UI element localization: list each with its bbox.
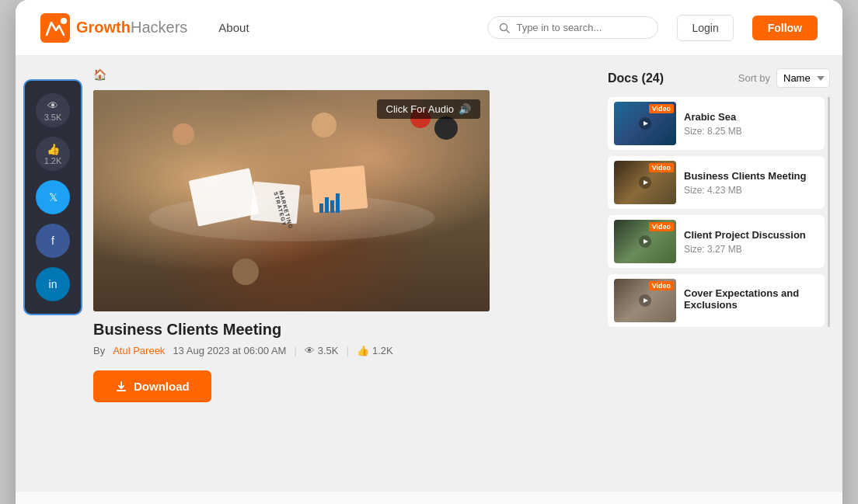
doc-info: Business Clients Meeting Size: 4.23 MB	[684, 170, 818, 196]
search-icon	[499, 23, 510, 33]
meeting-scene: MARKETINGSTRATEGY	[93, 90, 490, 311]
meta-likes: 1.2K	[372, 345, 393, 356]
doc-item[interactable]: Video Business Clients Meeting Size: 4.2…	[608, 156, 825, 209]
twitter-share[interactable]: 𝕏	[33, 180, 73, 214]
person-head-4	[232, 259, 259, 285]
video-background: MARKETINGSTRATEGY	[93, 90, 490, 311]
docs-title: Docs (24)	[608, 71, 664, 85]
download-label: Download	[134, 380, 190, 393]
doc-thumbnail: Video	[614, 279, 676, 322]
download-button[interactable]: Download	[93, 370, 211, 402]
logo-text: GrowthHackers	[76, 19, 187, 36]
nav-about[interactable]: About	[218, 21, 249, 34]
facebook-circle[interactable]: f	[36, 224, 70, 258]
navbar: GrowthHackers About Login Follow	[16, 0, 842, 56]
person-head-2	[312, 113, 337, 137]
doc-item[interactable]: Video Cover Expectations and Exclusions	[608, 274, 825, 327]
video-container[interactable]: MARKETINGSTRATEGY Click For Audio 🔊	[93, 90, 490, 311]
video-badge: Video	[649, 222, 674, 231]
logo-icon	[40, 13, 70, 43]
video-badge: Video	[649, 163, 674, 172]
breadcrumb: 🏠	[93, 68, 589, 81]
svg-point-1	[61, 18, 67, 24]
video-meta: By Atul Pareek 13 Aug 2023 at 06:00 AM |…	[93, 345, 490, 402]
video-badge: Video	[649, 104, 674, 113]
docs-sidebar: Docs (24) Sort by Name Date Size Video	[602, 56, 842, 491]
eye-icon: 👁	[47, 99, 58, 112]
doc-item[interactable]: Video Client Project Discussion Size: 3.…	[608, 215, 825, 268]
person-head-3	[434, 116, 458, 140]
person-head-1	[173, 123, 194, 145]
doc-thumbnail: Video	[614, 102, 676, 145]
comments-section: Comment (0) Leave a comment Leave a comm…	[16, 491, 842, 504]
doc-size: Size: 3.27 MB	[684, 244, 818, 255]
below-video: Business Clients Meeting By Atul Pareek …	[93, 311, 490, 412]
doc-thumbnail: Video	[614, 161, 676, 204]
social-sidebar: 👁 3.5K 👍 1.2K 𝕏 f	[23, 79, 82, 315]
views-count: 3.5K	[44, 113, 62, 122]
by-label: By	[93, 345, 105, 356]
doc-info: Arabic Sea Size: 8.25 MB	[684, 111, 818, 137]
facebook-icon: f	[51, 235, 54, 247]
main-content: 👁 3.5K 👍 1.2K 𝕏 f	[16, 56, 842, 491]
sort-select[interactable]: Name Date Size	[776, 68, 830, 88]
sort-by-label: Sort by	[738, 72, 770, 84]
eye-icon-meta: 👁	[305, 345, 315, 356]
sep-1: |	[294, 345, 296, 356]
sep-2: |	[347, 345, 349, 356]
doc-size: Size: 4.23 MB	[684, 185, 818, 196]
views-stat: 👁 3.5K	[33, 93, 73, 127]
linkedin-share[interactable]: in	[33, 267, 73, 301]
login-button[interactable]: Login	[677, 15, 733, 41]
facebook-share[interactable]: f	[33, 224, 73, 258]
audio-badge-text: Click For Audio	[386, 103, 454, 115]
follow-button[interactable]: Follow	[752, 16, 818, 40]
likes-stat: 👍 1.2K	[33, 137, 73, 171]
audio-badge[interactable]: Click For Audio 🔊	[377, 99, 480, 119]
nav-links: About	[218, 21, 249, 34]
likes-circle: 👍 1.2K	[36, 137, 70, 171]
doc-name: Client Project Discussion	[684, 229, 818, 241]
logo: GrowthHackers	[40, 13, 187, 43]
doc-thumbnail: Video	[614, 220, 676, 263]
doc-name: Cover Expectations and Exclusions	[684, 287, 818, 311]
views-circle: 👁 3.5K	[36, 93, 70, 127]
download-icon	[115, 381, 127, 393]
video-title: Business Clients Meeting	[93, 321, 490, 339]
content-area: 🏠	[16, 56, 602, 491]
twitter-circle[interactable]: 𝕏	[36, 180, 70, 214]
doc-name: Arabic Sea	[684, 111, 818, 123]
volume-icon: 🔊	[459, 103, 471, 115]
svg-rect-4	[117, 390, 126, 391]
svg-line-3	[507, 30, 510, 33]
search-input[interactable]	[516, 22, 647, 33]
doc-info: Cover Expectations and Exclusions	[684, 287, 818, 314]
chart-bars	[319, 189, 340, 213]
home-icon[interactable]: 🏠	[93, 68, 106, 81]
linkedin-circle[interactable]: in	[36, 267, 70, 301]
doc-item[interactable]: Video Arabic Sea Size: 8.25 MB	[608, 97, 825, 150]
likes-stat-meta: 👍 1.2K	[357, 345, 393, 356]
twitter-icon: 𝕏	[49, 191, 58, 203]
views-stat-meta: 👁 3.5K	[305, 345, 339, 356]
search-bar	[487, 16, 658, 39]
like-icon: 👍	[47, 143, 60, 155]
author-name[interactable]: Atul Pareek	[113, 345, 165, 356]
video-badge: Video	[649, 281, 674, 290]
doc-size: Size: 8.25 MB	[684, 126, 818, 137]
meta-views: 3.5K	[318, 345, 339, 356]
doc-name: Business Clients Meeting	[684, 170, 818, 182]
linkedin-icon: in	[49, 278, 58, 290]
likes-count: 1.2K	[44, 156, 62, 165]
doc-info: Client Project Discussion Size: 3.27 MB	[684, 229, 818, 255]
docs-header: Docs (24) Sort by Name Date Size	[608, 68, 830, 88]
docs-list: Video Arabic Sea Size: 8.25 MB Video Bus…	[608, 97, 830, 327]
like-icon-meta: 👍	[357, 345, 369, 356]
sort-area: Sort by Name Date Size	[738, 68, 830, 88]
video-date: 13 Aug 2023 at 06:00 AM	[173, 345, 286, 356]
